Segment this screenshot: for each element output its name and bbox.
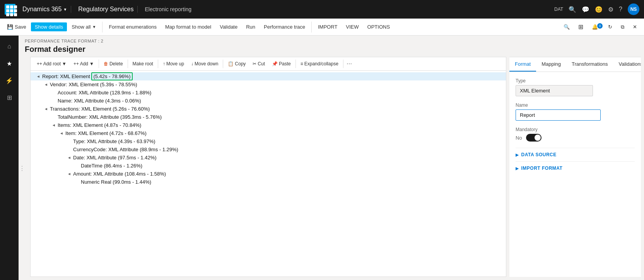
add-root-caret: ▼ xyxy=(62,61,67,67)
row-text: Name: XML Attribute (4.3ms - 0.06%) xyxy=(57,98,141,104)
mandatory-toggle[interactable] xyxy=(526,134,542,142)
tree-arrow: ◄ xyxy=(43,107,49,111)
panel-content: Type XML Element Name Mandatory No xyxy=(509,72,641,277)
panel-tab-mapping[interactable]: Mapping xyxy=(536,57,566,72)
refresh-button[interactable]: ↻ xyxy=(604,22,616,31)
app-grid-icon[interactable] xyxy=(5,4,15,15)
user-icon[interactable]: 😊 xyxy=(595,6,603,13)
add-root-icon: + xyxy=(37,61,39,67)
data-source-section[interactable]: ▶ DATA SOURCE xyxy=(516,148,635,161)
separator-1 xyxy=(102,22,102,32)
name-label: Name xyxy=(516,102,635,108)
env-label: DAT xyxy=(554,7,563,12)
tree-arrow: ◄ xyxy=(66,155,72,160)
tree-row[interactable]: ◄Item: XML Element (4.72s - 68.67%) xyxy=(31,129,506,137)
paste-icon: 📌 xyxy=(272,61,278,67)
settings-icon[interactable]: ⚙ xyxy=(608,6,613,13)
tree-row[interactable]: ◄Amount: XML Attribute (108.4ms - 1.58%) xyxy=(31,170,506,178)
name-input[interactable] xyxy=(516,109,601,121)
make-root-button[interactable]: Make root xyxy=(130,60,156,68)
ribbon: 💾 Save Show details Show all ▼ Format en… xyxy=(0,19,644,36)
close-button[interactable]: ✕ xyxy=(629,22,641,31)
ribbon-search-button[interactable]: 🔍 xyxy=(560,22,574,31)
tree-row[interactable]: ◄Transactions: XML Element (5.26s - 76.6… xyxy=(31,105,506,113)
format-enumerations-button[interactable]: Format enumerations xyxy=(105,22,161,31)
chat-icon[interactable]: 💬 xyxy=(582,6,589,13)
move-up-button[interactable]: ↑ Move up xyxy=(160,60,187,68)
drag-handle[interactable]: ⋮ xyxy=(19,57,24,280)
move-down-button[interactable]: ↓ Move down xyxy=(188,60,221,68)
performance-trace-button[interactable]: Performance trace xyxy=(260,22,309,31)
copy-button[interactable]: 📋 Copy xyxy=(225,60,249,68)
ft-sep-6 xyxy=(343,60,343,68)
separator-2 xyxy=(311,22,312,32)
row-text: DateTime (86.4ms - 1.26%) xyxy=(80,163,142,169)
expand-collapse-button[interactable]: ≡ Expand/collapse xyxy=(297,60,342,68)
right-panel: FormatMappingTransformationsValidations›… xyxy=(509,57,641,277)
tree-row[interactable]: ◄Items: XML Element (4.87s - 70.84%) xyxy=(31,121,506,129)
tree-row[interactable]: Type: XML Attribute (4.39s - 63.97%) xyxy=(31,137,506,145)
save-button[interactable]: 💾 Save xyxy=(3,22,30,31)
avatar[interactable]: NS xyxy=(628,3,639,15)
more-options-icon[interactable]: ⋯ xyxy=(345,61,354,67)
ft-sep-2 xyxy=(128,60,128,68)
tree-row[interactable]: ◄Vendor: XML Element (5.39s - 78.55%) xyxy=(31,80,506,89)
search-icon[interactable]: 🔍 xyxy=(569,6,576,13)
panel-tab-validations[interactable]: Validations xyxy=(613,57,641,72)
tree-panel: + + Add root ▼ + + Add ▼ 🗑 Delete xyxy=(30,57,506,277)
map-format-button[interactable]: Map format to model xyxy=(161,22,215,31)
tree-row[interactable]: DateTime (86.4ms - 1.26%) xyxy=(31,162,506,170)
mandatory-label: Mandatory xyxy=(516,127,635,132)
top-navigation: Dynamics 365 ▼ Regulatory Services Elect… xyxy=(0,0,644,19)
row-text: Numeric Real (99.0ms - 1.44%) xyxy=(80,179,151,185)
tree-row[interactable]: Numeric Real (99.0ms - 1.44%) xyxy=(31,178,506,186)
panel-tab-transformations[interactable]: Transformations xyxy=(566,57,613,72)
app-name[interactable]: Dynamics 365 ▼ xyxy=(19,6,71,13)
paste-button[interactable]: 📌 Paste xyxy=(269,60,294,68)
office-icon-button[interactable]: ⊞ xyxy=(574,22,587,32)
copy-icon: 📋 xyxy=(228,61,234,67)
ft-sep-1 xyxy=(99,60,99,68)
run-button[interactable]: Run xyxy=(242,22,259,31)
notification-button[interactable]: 🔔0 xyxy=(588,22,603,31)
designer-area: ⋮ + + Add root ▼ + + Add ▼ xyxy=(19,57,644,280)
add-caret: ▼ xyxy=(89,61,94,67)
row-text: Type: XML Attribute (4.39s - 63.97%) xyxy=(72,138,155,144)
ft-sep-4 xyxy=(223,60,223,68)
cut-button[interactable]: ✂ Cut xyxy=(249,60,268,68)
tree-row[interactable]: Name: XML Attribute (4.3ms - 0.06%) xyxy=(31,97,506,105)
popout-button[interactable]: ⧉ xyxy=(617,22,628,32)
sidebar-icon-home[interactable]: ⌂ xyxy=(2,39,17,54)
row-text: Item: XML Element (4.72s - 68.67%) xyxy=(65,130,147,136)
content-area: PERFORMANCE TRACE FORMAT : 2 Format desi… xyxy=(19,36,644,280)
show-all-button[interactable]: Show all ▼ xyxy=(68,22,100,31)
tree-content: ◄Report: XML Element (5.42s - 78.96%)◄Ve… xyxy=(31,71,506,277)
validate-button[interactable]: Validate xyxy=(216,22,241,31)
show-details-button[interactable]: Show details xyxy=(31,22,67,31)
sidebar: ⌂ ★ ⚡ ⊞ xyxy=(0,36,19,280)
row-text: TotalNumber: XML Attribute (395.3ms - 5.… xyxy=(57,114,162,120)
add-root-button[interactable]: + + Add root ▼ xyxy=(34,60,70,68)
view-button[interactable]: VIEW xyxy=(342,22,362,31)
options-button[interactable]: OPTIONS xyxy=(364,22,394,31)
tree-row[interactable]: ◄Report: XML Element (5.42s - 78.96%) xyxy=(31,72,506,80)
row-text: Account: XML Attribute (128.9ms - 1.88%) xyxy=(57,90,151,96)
import-button[interactable]: IMPORT xyxy=(314,22,341,31)
ft-sep-3 xyxy=(158,60,158,68)
tree-row[interactable]: CurrencyCode: XML Attribute (88.9ms - 1.… xyxy=(31,145,506,154)
tree-row[interactable]: TotalNumber: XML Attribute (395.3ms - 5.… xyxy=(31,113,506,121)
delete-icon: 🗑 xyxy=(104,61,108,67)
delete-button[interactable]: 🗑 Delete xyxy=(101,60,126,68)
sidebar-icon-grid[interactable]: ⊞ xyxy=(2,90,17,105)
import-format-section[interactable]: ▶ IMPORT FORMAT xyxy=(516,161,635,175)
tree-arrow: ◄ xyxy=(35,74,41,79)
panel-tab-format[interactable]: Format xyxy=(509,57,536,72)
tree-row[interactable]: ◄Date: XML Attribute (97.5ms - 1.42%) xyxy=(31,154,506,162)
sidebar-icon-filter[interactable]: ⚡ xyxy=(2,73,17,88)
sidebar-icon-star[interactable]: ★ xyxy=(2,56,17,71)
help-icon[interactable]: ? xyxy=(619,6,622,13)
add-button[interactable]: + + Add ▼ xyxy=(70,60,97,68)
name-field-group: Name xyxy=(516,102,635,121)
tree-row[interactable]: Account: XML Attribute (128.9ms - 1.88%) xyxy=(31,89,506,97)
data-source-arrow: ▶ xyxy=(516,153,519,157)
